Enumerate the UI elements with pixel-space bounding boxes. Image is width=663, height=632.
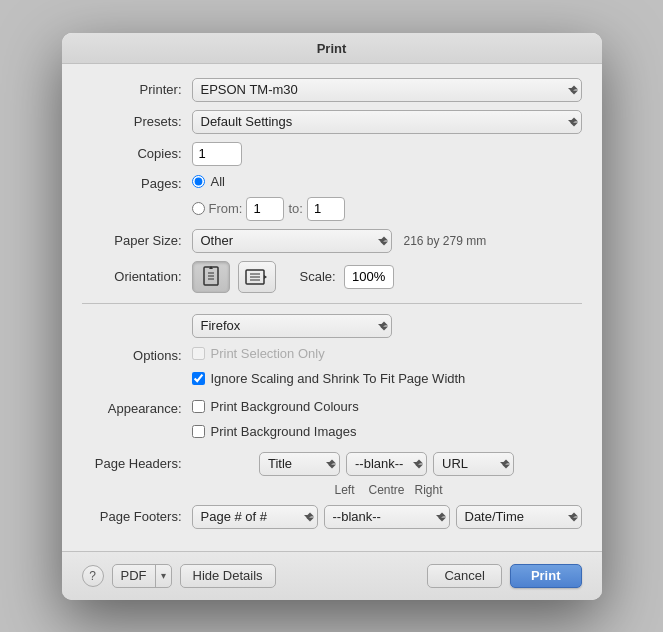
ignore-scaling-label: Ignore Scaling and Shrink To Fit Page Wi… [211, 371, 466, 386]
footers-right-select[interactable]: Date/Time [456, 505, 582, 529]
to-label: to: [288, 201, 302, 216]
footers-right-wrapper: Date/Time [456, 505, 582, 529]
print-button[interactable]: Print [510, 564, 582, 588]
copies-row: Copies: [82, 142, 582, 166]
pages-row: Pages: All From: to: [82, 174, 582, 221]
scale-input[interactable] [344, 265, 394, 289]
print-bg-images-label: Print Background Images [211, 424, 357, 439]
footers-left-select[interactable]: Page # of # [192, 505, 318, 529]
cancel-button[interactable]: Cancel [427, 564, 501, 588]
pages-to-input[interactable] [307, 197, 345, 221]
print-selection-checkbox[interactable] [192, 347, 205, 360]
landscape-icon [245, 268, 269, 286]
options-row: Options: Print Selection Only Ignore Sca… [82, 346, 582, 391]
right-col-label: Right [411, 483, 447, 497]
help-button[interactable]: ? [82, 565, 104, 587]
pages-from-input[interactable] [246, 197, 284, 221]
paper-size-row: Paper Size: Other 216 by 279 mm [82, 229, 582, 253]
print-bg-colours-checkbox[interactable] [192, 400, 205, 413]
print-dialog: Print Printer: EPSON TM-m30 Presets: [62, 33, 602, 600]
bottom-bar: ? PDF ▾ Hide Details Cancel Print [62, 551, 602, 600]
pdf-button[interactable]: PDF ▾ [112, 564, 172, 588]
browser-select-row: Firefox [82, 314, 582, 338]
landscape-button[interactable] [238, 261, 276, 293]
presets-row: Presets: Default Settings [82, 110, 582, 134]
headers-left-wrapper: Title [259, 452, 340, 476]
print-bg-colours-label: Print Background Colours [211, 399, 359, 414]
orientation-row: Orientation: [82, 261, 582, 293]
pdf-label: PDF [113, 568, 155, 583]
hide-details-button[interactable]: Hide Details [180, 564, 276, 588]
page-headers-position-labels: Left Centre Right [326, 483, 446, 497]
pages-all-radio[interactable] [192, 175, 205, 188]
footers-centre-select[interactable]: --blank-- [324, 505, 450, 529]
browser-select[interactable]: Firefox [192, 314, 392, 338]
presets-label: Presets: [82, 114, 182, 129]
page-headers-selects: Title --blank-- [259, 452, 514, 476]
paper-size-select[interactable]: Other [192, 229, 392, 253]
footers-centre-wrapper: --blank-- [324, 505, 450, 529]
paper-size-dimension: 216 by 279 mm [404, 234, 487, 248]
dialog-title: Print [62, 33, 602, 64]
print-bg-images-row: Print Background Images [192, 424, 359, 439]
printer-select[interactable]: EPSON TM-m30 [192, 78, 582, 102]
footers-left-wrapper: Page # of # [192, 505, 318, 529]
print-bg-colours-row: Print Background Colours [192, 399, 359, 414]
divider-1 [82, 303, 582, 304]
orientation-label: Orientation: [82, 269, 182, 284]
headers-centre-select[interactable]: --blank-- [346, 452, 427, 476]
ignore-scaling-checkbox[interactable] [192, 372, 205, 385]
page-headers-label: Page Headers: [82, 452, 182, 471]
centre-col-label: Centre [368, 483, 404, 497]
headers-right-select[interactable]: URL [433, 452, 514, 476]
appearance-label: Appearance: [82, 399, 182, 416]
page-footers-selects: Page # of # --blank-- [192, 505, 582, 529]
pages-from-radio-row: From: to: [192, 197, 345, 221]
paper-size-label: Paper Size: [82, 233, 182, 248]
options-label: Options: [82, 346, 182, 363]
title-text: Print [317, 41, 347, 56]
copies-label: Copies: [82, 146, 182, 161]
copies-input[interactable] [192, 142, 242, 166]
left-col-label: Left [326, 483, 362, 497]
printer-row: Printer: EPSON TM-m30 [82, 78, 582, 102]
appearance-row: Appearance: Print Background Colours Pri… [82, 399, 582, 444]
scale-label: Scale: [300, 269, 336, 284]
headers-left-select[interactable]: Title [259, 452, 340, 476]
pages-all-label: All [211, 174, 225, 189]
printer-label: Printer: [82, 82, 182, 97]
page-footers-label: Page Footers: [82, 509, 182, 524]
pages-from-radio[interactable] [192, 202, 205, 215]
print-selection-row: Print Selection Only [192, 346, 466, 361]
pdf-arrow-icon: ▾ [155, 565, 171, 587]
pages-all-radio-row: All [192, 174, 345, 189]
ignore-scaling-row: Ignore Scaling and Shrink To Fit Page Wi… [192, 371, 466, 386]
from-label: From: [209, 201, 243, 216]
presets-select[interactable]: Default Settings [192, 110, 582, 134]
pages-label: Pages: [82, 174, 182, 191]
page-headers-row: Page Headers: Title --blank- [82, 452, 582, 497]
headers-centre-wrapper: --blank-- [346, 452, 427, 476]
print-selection-label: Print Selection Only [211, 346, 325, 361]
portrait-icon [202, 266, 220, 288]
headers-right-wrapper: URL [433, 452, 514, 476]
print-bg-images-checkbox[interactable] [192, 425, 205, 438]
portrait-button[interactable] [192, 261, 230, 293]
page-footers-row: Page Footers: Page # of # -- [82, 505, 582, 529]
svg-marker-9 [264, 275, 267, 279]
